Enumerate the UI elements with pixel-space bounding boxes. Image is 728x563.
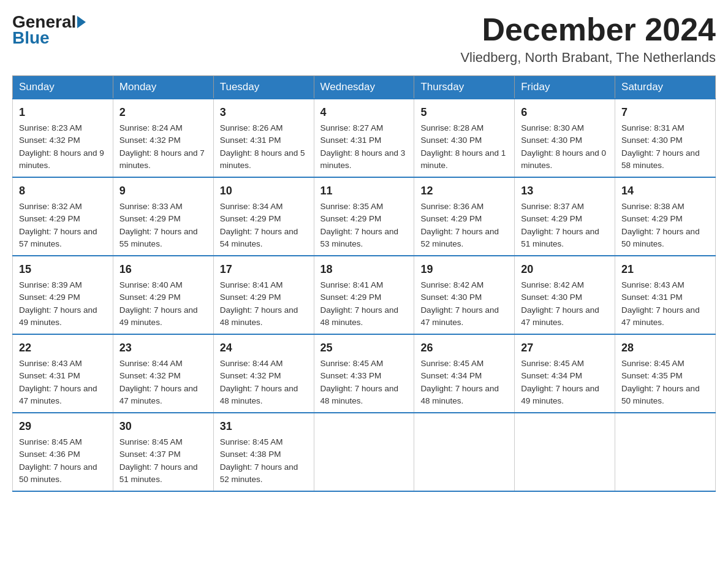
day-number: 4	[320, 104, 408, 121]
day-number: 30	[119, 418, 207, 435]
calendar-cell: 19Sunrise: 8:42 AMSunset: 4:30 PMDayligh…	[414, 256, 515, 334]
daylight-text: Daylight: 8 hours and 0 minutes.	[521, 148, 606, 170]
daylight-text: Daylight: 7 hours and 57 minutes.	[19, 227, 97, 248]
day-number: 15	[19, 261, 107, 278]
sunset-text: Sunset: 4:37 PM	[119, 450, 181, 459]
day-number: 18	[320, 261, 408, 278]
calendar-cell: 3Sunrise: 8:26 AMSunset: 4:31 PMDaylight…	[213, 99, 314, 177]
sunset-text: Sunset: 4:29 PM	[19, 293, 80, 302]
daylight-text: Daylight: 7 hours and 47 minutes.	[621, 305, 700, 327]
day-number: 17	[220, 261, 308, 278]
daylight-text: Daylight: 7 hours and 49 minutes.	[19, 305, 97, 327]
header-monday: Monday	[113, 76, 213, 99]
calendar-cell: 27Sunrise: 8:45 AMSunset: 4:34 PMDayligh…	[515, 334, 615, 413]
sunset-text: Sunset: 4:31 PM	[320, 136, 382, 145]
sunrise-text: Sunrise: 8:44 AM	[220, 359, 283, 368]
calendar-cell: 11Sunrise: 8:35 AMSunset: 4:29 PMDayligh…	[314, 177, 414, 256]
sunset-text: Sunset: 4:29 PM	[320, 214, 382, 223]
logo: General Blue	[12, 12, 87, 48]
sunrise-text: Sunrise: 8:34 AM	[220, 202, 283, 211]
sunrise-text: Sunrise: 8:45 AM	[119, 437, 183, 446]
sunrise-text: Sunrise: 8:45 AM	[621, 359, 684, 368]
sunrise-text: Sunrise: 8:45 AM	[19, 437, 82, 446]
daylight-text: Daylight: 7 hours and 51 minutes.	[119, 462, 198, 484]
calendar-cell	[314, 413, 414, 491]
week-row-4: 22Sunrise: 8:43 AMSunset: 4:31 PMDayligh…	[13, 334, 716, 413]
daylight-text: Daylight: 8 hours and 9 minutes.	[19, 148, 104, 170]
day-number: 6	[521, 104, 609, 121]
daylight-text: Daylight: 7 hours and 48 minutes.	[320, 384, 399, 405]
sunrise-text: Sunrise: 8:42 AM	[420, 280, 483, 289]
day-number: 21	[621, 261, 709, 278]
sunset-text: Sunset: 4:32 PM	[19, 136, 80, 145]
calendar-cell: 6Sunrise: 8:30 AMSunset: 4:30 PMDaylight…	[515, 99, 615, 177]
sunset-text: Sunset: 4:29 PM	[119, 214, 181, 223]
sunset-text: Sunset: 4:30 PM	[521, 293, 582, 302]
daylight-text: Daylight: 7 hours and 47 minutes.	[119, 384, 198, 405]
sunset-text: Sunset: 4:32 PM	[220, 371, 281, 380]
sunrise-text: Sunrise: 8:35 AM	[320, 202, 384, 211]
calendar-cell	[414, 413, 515, 491]
sunrise-text: Sunrise: 8:45 AM	[521, 359, 584, 368]
sunrise-text: Sunrise: 8:37 AM	[521, 202, 584, 211]
daylight-text: Daylight: 7 hours and 54 minutes.	[220, 227, 298, 248]
day-number: 8	[19, 183, 107, 199]
day-number: 2	[119, 104, 207, 121]
sunrise-text: Sunrise: 8:27 AM	[320, 123, 384, 132]
sunrise-text: Sunrise: 8:45 AM	[420, 359, 483, 368]
sunset-text: Sunset: 4:32 PM	[119, 371, 181, 380]
daylight-text: Daylight: 7 hours and 52 minutes.	[420, 227, 499, 248]
day-number: 7	[621, 104, 709, 121]
daylight-text: Daylight: 8 hours and 1 minute.	[420, 148, 506, 170]
sunrise-text: Sunrise: 8:31 AM	[621, 123, 684, 132]
sunset-text: Sunset: 4:29 PM	[19, 214, 80, 223]
sunrise-text: Sunrise: 8:33 AM	[119, 202, 183, 211]
daylight-text: Daylight: 7 hours and 50 minutes.	[621, 227, 700, 248]
calendar-cell: 8Sunrise: 8:32 AMSunset: 4:29 PMDaylight…	[13, 177, 113, 256]
daylight-text: Daylight: 7 hours and 47 minutes.	[19, 384, 97, 405]
calendar-cell: 26Sunrise: 8:45 AMSunset: 4:34 PMDayligh…	[414, 334, 515, 413]
calendar-cell: 28Sunrise: 8:45 AMSunset: 4:35 PMDayligh…	[615, 334, 716, 413]
calendar-cell: 17Sunrise: 8:41 AMSunset: 4:29 PMDayligh…	[213, 256, 314, 334]
sunrise-text: Sunrise: 8:42 AM	[521, 280, 584, 289]
day-number: 10	[220, 183, 308, 199]
sunset-text: Sunset: 4:29 PM	[521, 214, 582, 223]
calendar-cell: 20Sunrise: 8:42 AMSunset: 4:30 PMDayligh…	[515, 256, 615, 334]
daylight-text: Daylight: 7 hours and 48 minutes.	[220, 305, 298, 327]
day-number: 26	[420, 340, 508, 356]
sunset-text: Sunset: 4:33 PM	[320, 371, 382, 380]
sunrise-text: Sunrise: 8:26 AM	[220, 123, 283, 132]
sunset-text: Sunset: 4:31 PM	[19, 371, 80, 380]
sunset-text: Sunset: 4:29 PM	[420, 214, 482, 223]
sunrise-text: Sunrise: 8:39 AM	[19, 280, 82, 289]
day-number: 11	[320, 183, 408, 199]
daylight-text: Daylight: 7 hours and 48 minutes.	[320, 305, 399, 327]
daylight-text: Daylight: 8 hours and 5 minutes.	[220, 148, 305, 170]
calendar-cell	[615, 413, 716, 491]
header-sunday: Sunday	[13, 76, 113, 99]
day-number: 25	[320, 340, 408, 356]
day-number: 3	[220, 104, 308, 121]
day-number: 13	[521, 183, 609, 199]
header-wednesday: Wednesday	[314, 76, 414, 99]
daylight-text: Daylight: 7 hours and 51 minutes.	[521, 227, 599, 248]
week-row-2: 8Sunrise: 8:32 AMSunset: 4:29 PMDaylight…	[13, 177, 716, 256]
daylight-text: Daylight: 7 hours and 47 minutes.	[521, 305, 599, 327]
daylight-text: Daylight: 7 hours and 48 minutes.	[420, 384, 499, 405]
day-number: 16	[119, 261, 207, 278]
calendar-cell: 2Sunrise: 8:24 AMSunset: 4:32 PMDaylight…	[113, 99, 213, 177]
sunset-text: Sunset: 4:30 PM	[420, 293, 482, 302]
sunrise-text: Sunrise: 8:38 AM	[621, 202, 684, 211]
day-number: 19	[420, 261, 508, 278]
sunset-text: Sunset: 4:38 PM	[220, 450, 281, 459]
calendar-header-row: SundayMondayTuesdayWednesdayThursdayFrid…	[13, 76, 716, 99]
calendar-cell: 10Sunrise: 8:34 AMSunset: 4:29 PMDayligh…	[213, 177, 314, 256]
page-header: General Blue December 2024 Vliedberg, No…	[12, 12, 716, 66]
day-number: 24	[220, 340, 308, 356]
calendar-cell: 25Sunrise: 8:45 AMSunset: 4:33 PMDayligh…	[314, 334, 414, 413]
calendar-table: SundayMondayTuesdayWednesdayThursdayFrid…	[12, 75, 716, 492]
day-number: 27	[521, 340, 609, 356]
day-number: 31	[220, 418, 308, 435]
daylight-text: Daylight: 7 hours and 58 minutes.	[621, 148, 700, 170]
daylight-text: Daylight: 7 hours and 53 minutes.	[320, 227, 399, 248]
